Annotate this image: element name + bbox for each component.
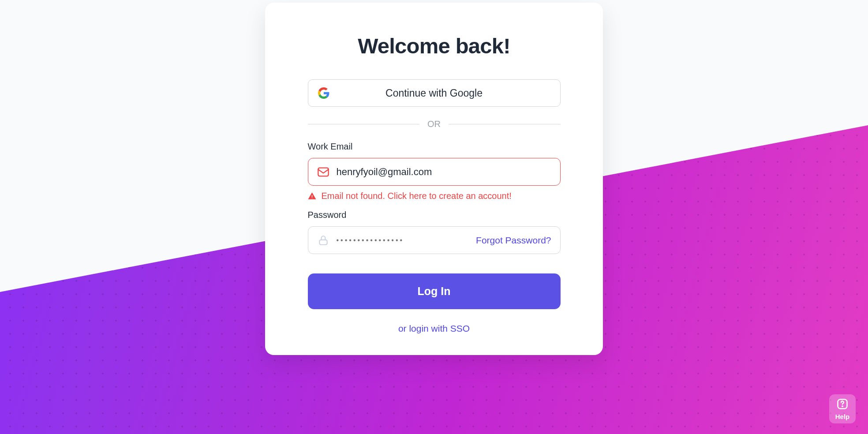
help-label: Help (835, 413, 850, 420)
divider-line-left (308, 124, 420, 124)
email-error-text: Email not found. Click here to create an… (322, 191, 512, 201)
google-button-label: Continue with Google (385, 87, 483, 99)
google-icon (318, 87, 329, 99)
svg-rect-3 (319, 239, 327, 244)
warning-icon (308, 192, 316, 200)
password-field[interactable] (337, 236, 471, 244)
svg-rect-0 (318, 168, 328, 176)
forgot-password-link[interactable]: Forgot Password? (476, 235, 551, 246)
lock-icon (317, 234, 329, 247)
continue-with-google-button[interactable]: Continue with Google (308, 79, 561, 107)
password-label: Password (308, 210, 561, 220)
help-icon (836, 398, 849, 412)
email-field[interactable] (337, 166, 551, 178)
page-title: Welcome back! (286, 34, 582, 58)
login-button[interactable]: Log In (308, 273, 561, 309)
password-input-wrap[interactable]: Forgot Password? (308, 226, 561, 254)
svg-point-1 (311, 198, 312, 198)
sso-login-link[interactable]: or login with SSO (308, 323, 561, 334)
mail-icon (317, 166, 329, 178)
email-label: Work Email (308, 142, 561, 152)
email-input-wrap[interactable] (308, 158, 561, 186)
help-button[interactable]: Help (829, 394, 856, 423)
divider-line-right (449, 124, 561, 124)
email-error-link[interactable]: Email not found. Click here to create an… (308, 191, 561, 201)
divider: OR (308, 119, 561, 129)
login-card: Welcome back! Continue with Google OR Wo… (265, 3, 603, 355)
divider-text: OR (419, 119, 449, 129)
svg-rect-2 (311, 195, 312, 197)
svg-point-5 (842, 406, 842, 406)
